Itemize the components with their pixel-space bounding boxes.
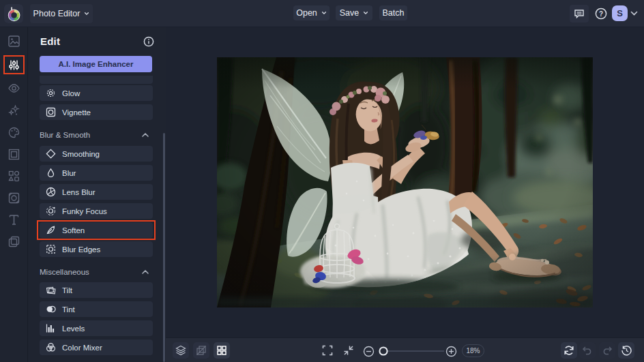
svg-text:?: ? bbox=[599, 10, 603, 18]
